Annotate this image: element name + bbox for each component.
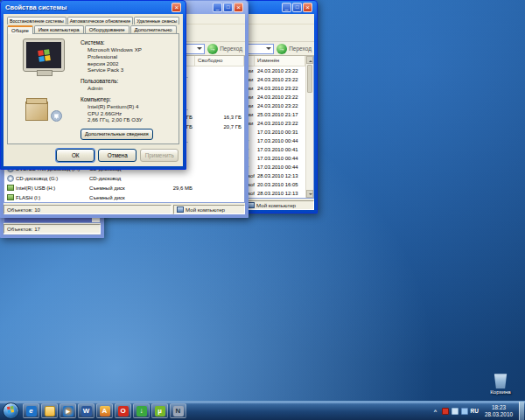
go-icon <box>207 44 218 54</box>
taskbar-app-button[interactable]: W <box>78 403 94 418</box>
vertical-scrollbar[interactable] <box>305 56 313 198</box>
tray-icon[interactable] <box>442 408 449 415</box>
system-info-line: Professional <box>80 53 174 60</box>
dialog-tab[interactable]: Общие <box>7 25 33 34</box>
taskbar-app-button[interactable] <box>41 403 58 418</box>
monitor-graphic <box>24 39 64 71</box>
close-button[interactable] <box>303 3 312 12</box>
file-modified: 25.03.2010 21:17 <box>255 112 305 117</box>
system-tray: ^ RU 18:23 28.03.2010 <box>432 402 525 420</box>
item-icon <box>7 185 14 191</box>
tab-row-primary: ОбщиеИмя компьютераОборудованиеДополните… <box>7 24 179 33</box>
close-button[interactable] <box>234 3 243 12</box>
start-button[interactable] <box>3 402 19 419</box>
file-modified: 24.03.2010 23:22 <box>255 121 305 126</box>
taskbar-app-button[interactable]: e <box>23 403 39 418</box>
item-icon <box>7 194 14 200</box>
computer-section-label: Компьютер: <box>80 96 174 102</box>
windows-flag-icon <box>38 49 51 62</box>
status-bar: Объектов: 10 Мой компьютер <box>4 203 245 214</box>
system-properties-dialog: Свойства системы Восстановление системыА… <box>0 0 186 170</box>
scroll-down-icon[interactable] <box>306 190 313 198</box>
recycle-bin-icon <box>494 372 508 388</box>
tab-row-secondary: Восстановление системыАвтоматическое обн… <box>7 17 179 24</box>
go-label: Переход <box>289 46 312 52</box>
dialog-title: Свойства системы <box>5 4 170 11</box>
computer-info-line: Intel(R) Pentium(R) 4 <box>80 103 174 110</box>
drive-row[interactable]: FLASH (I:) Съемный диск <box>4 192 244 202</box>
taskbar-app-button[interactable]: ↓ <box>133 403 150 418</box>
general-tab-page: Система: Microsoft Windows XPProfessiona… <box>7 33 179 144</box>
go-button[interactable]: Переход <box>207 44 242 54</box>
status-objects: Объектов: 10 <box>4 205 172 214</box>
taskbar-clock[interactable]: 18:23 28.03.2010 <box>481 404 516 417</box>
user-info-line: Admin <box>80 85 174 92</box>
ok-button[interactable]: ОК <box>56 149 94 162</box>
item-free-space: 20,7 ГБ <box>195 124 244 130</box>
minimize-button[interactable] <box>213 3 222 12</box>
go-label: Переход <box>220 46 242 52</box>
app-icon <box>45 406 55 416</box>
item-type: Съемный диск <box>87 195 143 200</box>
computer-info: Intel(R) Pentium(R) 4CPU 2.66GHz2,66 ГГц… <box>80 103 174 123</box>
dialog-tab[interactable]: Оборудование <box>85 25 130 33</box>
tray-icon[interactable]: RU <box>471 408 479 415</box>
taskbar-app-button[interactable]: µ <box>151 403 168 418</box>
address-dropdown-icon[interactable] <box>266 47 271 52</box>
titlebar[interactable]: Свойства системы <box>4 1 183 14</box>
file-modified: 17.03.2010 00:31 <box>255 130 305 135</box>
computer-info-line: CPU 2.66GHz <box>80 110 174 117</box>
dialog-tab[interactable]: Имя компьютера <box>34 25 84 33</box>
tray-icon[interactable]: ^ <box>432 408 439 415</box>
file-modified: 17.03.2010 00:44 <box>255 156 305 161</box>
app-icon: O <box>118 406 129 416</box>
column-header-modified[interactable]: Изменён <box>255 56 305 66</box>
user-section-label: Пользователь: <box>80 78 174 84</box>
tray-icon[interactable] <box>452 408 458 415</box>
status-zone-label: Мой компьютер <box>186 206 225 213</box>
column-header-free-space[interactable]: Свободно <box>195 56 244 66</box>
file-modified: 17.03.2010 00:41 <box>255 147 305 152</box>
drive-row[interactable]: CD-дисковод (G:) CD-дисковод <box>4 173 244 183</box>
maximize-button[interactable] <box>292 3 302 12</box>
dialog-tab[interactable]: Дополнительно <box>130 25 177 33</box>
app-icon: A <box>100 406 110 416</box>
address-dropdown-icon[interactable] <box>197 47 202 52</box>
maximize-button[interactable] <box>223 3 233 12</box>
status-zone: Мой компьютер <box>173 205 245 214</box>
scroll-up-icon[interactable] <box>306 56 313 64</box>
system-info: Microsoft Windows XPProfessionalверсия 2… <box>80 46 174 74</box>
file-modified: 24.03.2010 23:22 <box>255 68 305 74</box>
cd-disc-graphic <box>51 110 62 122</box>
tray-icon[interactable] <box>461 408 468 415</box>
dialog-tab[interactable]: Удаленные сеансы <box>134 17 179 24</box>
status-bar: Объектов: 17 <box>4 223 101 234</box>
close-button[interactable] <box>172 3 181 12</box>
shortcut-recycle-bin[interactable]: Корзина <box>481 372 520 396</box>
system-info-line: версия 2002 <box>80 60 174 67</box>
go-icon <box>276 44 287 54</box>
go-button[interactable]: Переход <box>276 44 312 54</box>
taskbar-app-button[interactable]: O <box>115 403 131 418</box>
apply-button[interactable]: Применить <box>140 149 178 162</box>
minimize-button[interactable] <box>282 3 291 12</box>
windows-flag-icon <box>7 406 14 413</box>
file-modified: 24.03.2010 23:22 <box>255 77 305 82</box>
taskbar-app-button[interactable]: N <box>170 403 186 418</box>
app-icon: W <box>81 406 92 416</box>
support-information-button[interactable]: Дополнительные сведения <box>80 129 153 140</box>
file-modified: 17.03.2010 00:44 <box>255 164 305 170</box>
taskbar-app-button[interactable]: ▶ <box>60 403 76 418</box>
item-name: FLASH (I:) <box>16 195 40 200</box>
taskbar-app-button[interactable]: A <box>96 403 113 418</box>
dialog-tab[interactable]: Восстановление системы <box>7 17 66 24</box>
show-desktop-button[interactable] <box>519 402 524 420</box>
file-modified: 17.03.2010 00:44 <box>255 138 305 144</box>
app-icon: ▶ <box>63 406 74 416</box>
cancel-button[interactable]: Отмена <box>98 149 136 162</box>
file-modified: 20.03.2010 16:05 <box>255 182 305 187</box>
dialog-tab[interactable]: Автоматическое обновление <box>67 17 133 24</box>
file-modified: 24.03.2010 23:22 <box>255 86 305 91</box>
scrollbar-thumb[interactable] <box>307 65 312 93</box>
drive-row[interactable]: Intel(R) USB (H:) Съемный диск 29,6 МБ <box>4 183 244 192</box>
